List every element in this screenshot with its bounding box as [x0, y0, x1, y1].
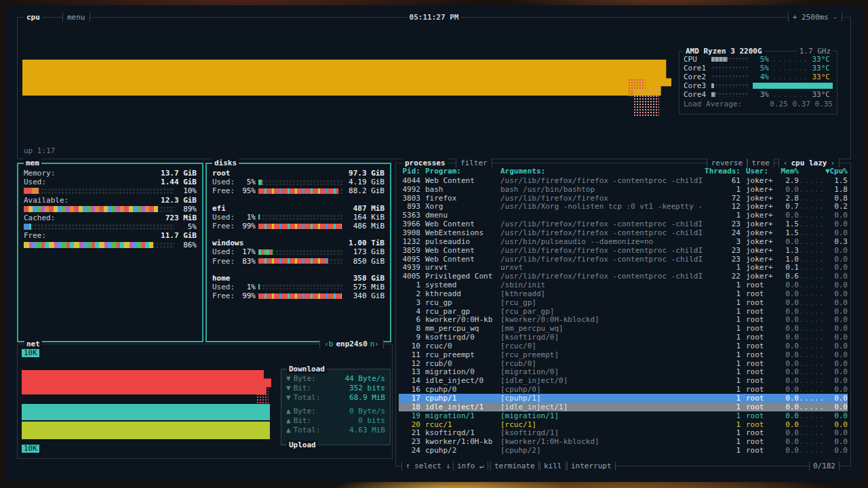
process-row[interactable]: 10rcuc/0[rcuc/0]1root0.0.....0.0 [399, 342, 848, 350]
process-cpu-percent: 0.0 [825, 403, 848, 411]
process-cpu-percent: 0.0 [825, 359, 848, 368]
process-row[interactable]: 6kworker/0:0H-kb[kworker/0:0H-kblockd]1r… [399, 316, 848, 325]
disk-used-line-meter-fill [258, 180, 262, 185]
process-cpu-percent: 0.0 [825, 228, 848, 237]
process-row[interactable]: 14idle_inject/0[idle_inject/0]1root0.0..… [399, 376, 848, 385]
process-mem-percent: 0.7 [778, 202, 799, 211]
memory-stats: Used:1.44 GiB10%Available:12.3 GiB89%Cac… [24, 178, 197, 249]
menu-button[interactable]: menu [62, 13, 90, 22]
process-row[interactable]: 18idle_inject/1[idle_inject/1]1root0.0..… [399, 403, 848, 411]
select-buttons[interactable]: ↑ select ↓ [401, 462, 454, 470]
process-threads: 1 [703, 307, 741, 316]
process-row[interactable]: 23kworker/1:0H-kb[kworker/1:0H-kblockd]1… [399, 437, 848, 446]
process-mem-percent: 1.0 [778, 255, 799, 264]
process-row[interactable]: 3803firefox/usr/lib/firefox/firefox72jok… [399, 194, 848, 203]
process-mem-percent: 0.0 [778, 315, 799, 324]
header-user[interactable]: User: [741, 167, 778, 176]
process-program: cpuhp/1 [420, 394, 496, 403]
load-average-label: Load Average: [684, 100, 742, 108]
process-mem-percent: 0.0 [778, 403, 799, 411]
process-row[interactable]: 1systemd/sbin/init1root0.0.....0.0 [399, 281, 848, 289]
process-arguments: [idle_inject/0] [496, 376, 703, 385]
header-arguments[interactable]: Arguments: [496, 167, 703, 176]
process-row[interactable]: 3908WebExtensions/usr/lib/firefox/firefo… [399, 228, 848, 237]
process-row[interactable]: 893Xorg/usr/lib/Xorg -nolisten tcp :0 vt… [399, 203, 848, 211]
process-program: cpuhp/0 [420, 385, 496, 394]
process-row[interactable]: 19migration/1[migration/1]1root0.0.....0… [399, 411, 848, 420]
process-cpu-graph: ..... [799, 342, 825, 350]
header-pid[interactable]: Pid: [399, 167, 420, 176]
kill-button[interactable]: kill [540, 462, 566, 470]
core-temp-bar [753, 83, 833, 89]
process-row[interactable]: 3859Web Content/usr/lib/firefox/firefox … [399, 246, 848, 255]
process-row[interactable]: 20rcuc/1[rcuc/1]1root0.0.....0.0 [399, 420, 848, 429]
process-user: root [741, 359, 778, 368]
process-row[interactable]: 13migration/0[migration/0]1root0.0.....0… [399, 368, 848, 377]
process-cpu-graph: ..... [799, 281, 825, 289]
process-row[interactable]: 4044Web Content/usr/lib/firefox/firefox … [399, 176, 848, 185]
download-title: Download [287, 365, 327, 373]
process-row[interactable]: 24cpuhp/2[cpuhp/2]1root0.0.....0.0 [399, 446, 848, 455]
process-user: root [741, 342, 778, 350]
process-user: joker+ [741, 228, 778, 237]
process-row[interactable]: 8mm_percpu_wq[mm_percpu_wq]1root0.0.....… [399, 324, 848, 333]
process-cpu-percent: 0.0 [825, 289, 848, 298]
interface-next-icon[interactable]: n› [370, 340, 379, 348]
net-stat-row: ▲Total:4.63 MiB [286, 425, 385, 434]
process-row[interactable]: 9ksoftirqd/0[ksoftirqd/0]1root0.0.....0.… [399, 333, 848, 342]
process-row[interactable]: 4095Web Content/usr/lib/firefox/firefox … [399, 255, 848, 264]
interval-control[interactable]: + 2500ms - [788, 13, 842, 22]
header-threads[interactable]: Threads: [703, 167, 741, 176]
interface-prev-icon[interactable]: ‹b [324, 340, 333, 348]
process-row[interactable]: 3966Web Content/usr/lib/firefox/firefox … [399, 220, 848, 228]
process-threads: 1 [703, 315, 741, 324]
process-row[interactable]: 5363dmenu1joker+0.0.....0.0 [399, 211, 848, 220]
process-row[interactable]: 4992bashbash /usr/bin/bashtop1joker+0.0.… [399, 185, 848, 194]
disk-free-line-value: 88.2 GiB [345, 186, 384, 195]
process-arguments: [ksoftirqd/1] [496, 428, 703, 437]
process-cpu-graph: ..... [799, 185, 825, 194]
net-box-title: net [24, 340, 42, 348]
process-table-header: Pid: Program: Arguments: Threads: User: … [399, 167, 848, 176]
disk-used-line-percent: 17% [238, 247, 256, 256]
process-row[interactable]: 4005Privileged Cont/usr/lib/firefox/fire… [399, 272, 848, 281]
net-down-arrow-icon: ▼ [286, 384, 291, 392]
uptime-label: up 1:17 [24, 146, 55, 155]
process-threads: 1 [703, 359, 741, 368]
info-button[interactable]: info ↵ [453, 462, 488, 470]
process-cpu-percent: 0.8 [825, 194, 848, 203]
process-row[interactable]: 12rcub/0[rcub/0]1root0.0.....0.0 [399, 359, 848, 368]
process-cpu-graph: ..... [799, 255, 825, 264]
process-row[interactable]: 3rcu_gp[rcu_gp]1root0.0.....0.0 [399, 298, 848, 307]
process-threads: 1 [703, 350, 741, 359]
mem-meter-percent: 10% [178, 186, 197, 195]
process-row[interactable]: 4939urxvturxvt1joker+0.1.....0.0 [399, 263, 848, 272]
process-row[interactable]: 11rcu_preempt[rcu_preempt]1root0.0.....0… [399, 350, 848, 359]
process-row[interactable]: 4rcu_par_gp[rcu_par_gp]1root0.0.....0.0 [399, 307, 848, 316]
terminate-button[interactable]: terminate [490, 462, 539, 470]
process-cpu-percent: 0.0 [825, 315, 848, 324]
header-program[interactable]: Program: [420, 167, 496, 176]
mem-meter-fill [24, 188, 39, 194]
process-row[interactable]: 2kthreadd[kthreadd]1root0.0.....0.0 [399, 289, 848, 298]
process-threads: 1 [703, 403, 741, 411]
disk-free-line-meter-fill [258, 188, 338, 194]
disk-header-line: root97.3 GiB [212, 169, 384, 178]
interrupt-button[interactable]: interrupt [567, 462, 616, 470]
header-cpu-sorted[interactable]: ▼Cpu% [825, 167, 848, 176]
process-program: migration/0 [420, 367, 496, 376]
header-mem[interactable]: Mem% [778, 167, 799, 176]
process-row[interactable]: 21ksoftirqd/1[ksoftirqd/1]1root0.0.....0… [399, 428, 848, 437]
process-threads: 1 [703, 263, 741, 272]
process-row[interactable]: 1232pulseaudio/usr/bin/pulseaudio --daem… [399, 237, 848, 246]
process-arguments: [migration/1] [496, 411, 703, 420]
process-mem-percent: 2.8 [778, 194, 799, 203]
interface-switcher[interactable]: ‹benp24s0n› [319, 340, 384, 348]
process-row[interactable]: 17cpuhp/1[cpuhp/1]1root0.0.....0.0 [399, 394, 848, 403]
mem-meter [24, 206, 174, 212]
process-program: Xorg [420, 202, 496, 211]
net-stat-label-group: ▼Bit: [286, 384, 311, 392]
process-row[interactable]: 16cpuhp/0[cpuhp/0]1root0.0.....0.0 [399, 385, 848, 394]
process-arguments: /usr/lib/firefox/firefox -contentproc -c… [496, 220, 703, 228]
process-mem-percent: 0.0 [778, 437, 799, 446]
